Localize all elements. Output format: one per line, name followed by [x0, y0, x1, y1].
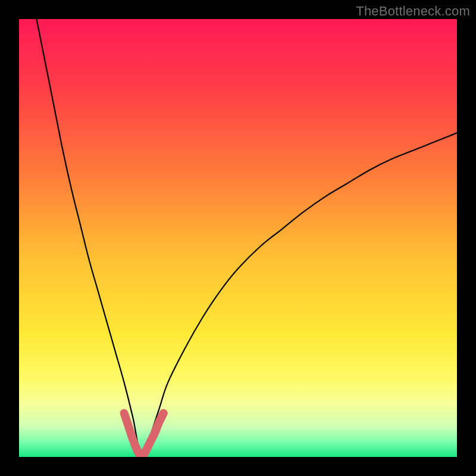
plot-area — [19, 19, 457, 457]
curve-layer — [19, 19, 457, 457]
chart-frame: TheBottleneck.com — [0, 0, 476, 476]
watermark-text: TheBottleneck.com — [356, 4, 470, 19]
main-curve — [36, 19, 457, 457]
accent-trough-curve — [124, 413, 164, 457]
